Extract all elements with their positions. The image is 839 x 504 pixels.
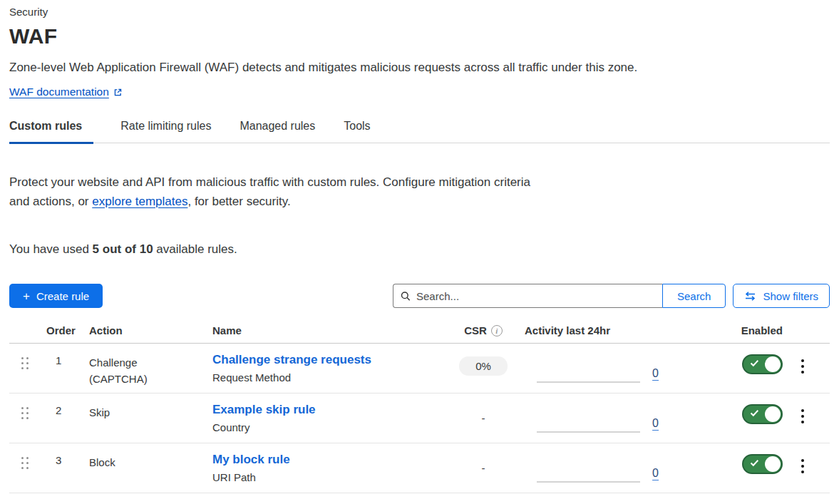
show-filters-button[interactable]: Show filters — [733, 284, 830, 308]
rule-field: URI Path — [212, 471, 449, 483]
custom-rules-table: Order Action Name CSR i Activity last 24… — [9, 324, 830, 493]
table-header-row: Order Action Name CSR i Activity last 24… — [9, 324, 830, 344]
rule-enabled-cell — [669, 353, 783, 377]
row-menu-button[interactable] — [783, 453, 807, 476]
toggle-knob — [765, 456, 781, 472]
tab-rate-limiting-rules-label: Rate limiting rules — [120, 120, 211, 132]
rule-activity-cell: 0 — [518, 403, 669, 433]
rule-csr-cell: - — [449, 453, 518, 474]
custom-rules-intro: Protect your website and API from malici… — [9, 173, 537, 211]
enabled-toggle[interactable] — [742, 454, 783, 474]
create-rule-button-label: Create rule — [36, 290, 89, 302]
rule-csr-cell: - — [449, 403, 518, 424]
rule-activity-cell: 0 — [518, 453, 669, 483]
waf-page: Security WAF Zone-level Web Application … — [0, 0, 839, 493]
row-menu-button[interactable] — [783, 353, 807, 376]
rule-field: Request Method — [212, 371, 449, 384]
table-row: 2 Skip Example skip rule Country - 0 — [9, 394, 830, 443]
usage-prefix: You have used — [9, 242, 93, 256]
rule-csr-cell: 0% — [449, 353, 518, 376]
csr-empty-value: - — [482, 412, 485, 424]
tab-managed-rules-label: Managed rules — [240, 120, 315, 132]
tab-rate-limiting-rules[interactable]: Rate limiting rules — [120, 120, 212, 144]
create-rule-button[interactable]: + Create rule — [9, 284, 103, 308]
rule-action: Block — [89, 453, 203, 470]
activity-sparkline — [537, 481, 640, 483]
csr-empty-value: - — [482, 462, 485, 474]
enabled-toggle[interactable] — [742, 404, 783, 424]
rule-name-cell: Example skip rule Country — [203, 403, 449, 433]
rules-toolbar: + Create rule Search Show filters — [9, 284, 830, 308]
header-activity: Activity last 24hr — [518, 324, 669, 336]
toggle-knob — [765, 356, 781, 372]
check-icon — [750, 359, 759, 367]
waf-documentation-link[interactable]: WAF documentation — [9, 86, 123, 98]
check-icon — [750, 409, 759, 417]
rule-activity-cell: 0 — [518, 353, 669, 383]
filters-arrows-icon — [744, 291, 756, 302]
csr-badge: 0% — [459, 356, 508, 376]
toggle-knob — [765, 406, 781, 422]
activity-count-link[interactable]: 0 — [652, 467, 659, 480]
row-menu-button[interactable] — [783, 403, 807, 426]
activity-count-link[interactable]: 0 — [652, 417, 659, 430]
rule-order: 1 — [46, 353, 89, 366]
usage-suffix: available rules. — [153, 242, 237, 256]
search-box — [393, 284, 662, 308]
tab-tools-label: Tools — [344, 120, 370, 132]
search-input[interactable] — [416, 290, 655, 302]
explore-templates-link[interactable]: explore templates — [92, 195, 187, 208]
rule-enabled-cell — [669, 403, 783, 427]
rules-usage-text: You have used 5 out of 10 available rule… — [9, 242, 830, 257]
header-enabled: Enabled — [669, 324, 783, 336]
header-csr-label: CSR — [464, 324, 487, 336]
breadcrumb: Security — [9, 6, 830, 18]
page-description: Zone-level Web Application Firewall (WAF… — [9, 61, 830, 75]
rule-action: Skip — [89, 403, 203, 421]
rule-action-line1: Block — [89, 454, 203, 470]
tab-bar: Custom rules Rate limiting rules Managed… — [9, 120, 830, 143]
activity-sparkline — [537, 431, 640, 433]
header-order: Order — [46, 324, 89, 336]
drag-handle[interactable] — [21, 357, 29, 369]
rule-enabled-cell — [669, 453, 783, 477]
page-title: WAF — [9, 24, 830, 48]
waf-documentation-link-label: WAF documentation — [9, 86, 109, 98]
rule-name-cell: Challenge strange requests Request Metho… — [203, 353, 449, 384]
rule-name-link[interactable]: Example skip rule — [212, 403, 316, 417]
drag-handle[interactable] — [21, 457, 29, 469]
table-row: 3 Block My block rule URI Path - 0 — [9, 443, 830, 493]
tab-custom-rules-label: Custom rules — [9, 120, 82, 132]
header-action: Action — [89, 324, 203, 336]
activity-count-link[interactable]: 0 — [652, 367, 659, 380]
usage-count: 5 out of 10 — [93, 242, 153, 256]
rule-name-link[interactable]: Challenge strange requests — [212, 353, 371, 367]
csr-info-icon[interactable]: i — [491, 325, 503, 336]
rule-action-line1: Skip — [89, 404, 203, 421]
intro-text-after: , for better security. — [187, 195, 290, 208]
tab-custom-rules[interactable]: Custom rules — [9, 120, 93, 144]
enabled-toggle[interactable] — [742, 354, 783, 374]
rule-name-link[interactable]: My block rule — [212, 453, 290, 467]
search-button[interactable]: Search — [662, 284, 726, 308]
rule-field: Country — [212, 421, 449, 433]
rule-name-cell: My block rule URI Path — [203, 453, 449, 483]
header-csr: CSR i — [449, 324, 518, 336]
rule-action-line1: Challenge — [89, 354, 203, 371]
table-row: 1 Challenge (CAPTCHA) Challenge strange … — [9, 344, 830, 394]
rule-action: Challenge (CAPTCHA) — [89, 353, 203, 387]
search-icon — [401, 291, 411, 302]
drag-handle[interactable] — [21, 407, 29, 419]
rule-action-line2: (CAPTCHA) — [89, 371, 203, 387]
check-icon — [750, 459, 759, 467]
tab-tools[interactable]: Tools — [344, 120, 371, 144]
rule-order: 2 — [46, 403, 89, 416]
show-filters-button-label: Show filters — [763, 290, 818, 302]
plus-icon: + — [23, 290, 30, 302]
rule-order: 3 — [46, 453, 89, 466]
header-name: Name — [203, 324, 449, 336]
external-link-icon — [113, 88, 123, 97]
activity-sparkline — [537, 381, 640, 383]
tab-managed-rules[interactable]: Managed rules — [240, 120, 316, 144]
